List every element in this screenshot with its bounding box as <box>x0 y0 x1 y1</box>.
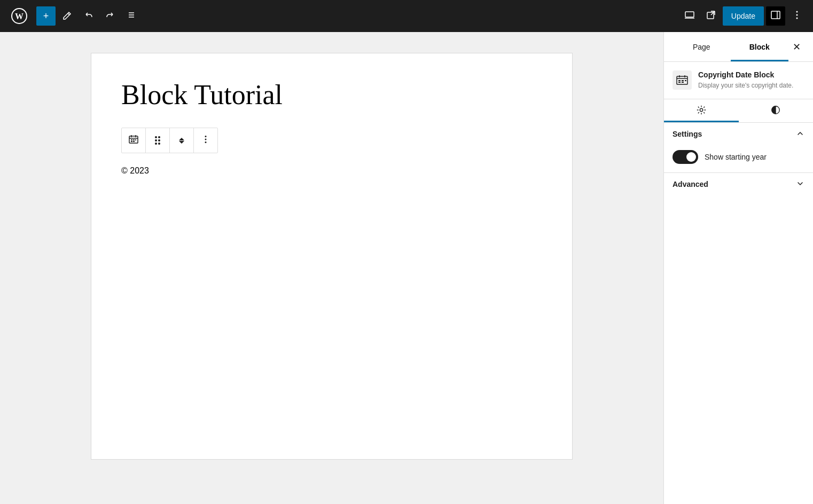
spinner-icon <box>179 138 184 144</box>
show-starting-year-label: Show starting year <box>705 153 767 161</box>
svg-rect-18 <box>135 139 136 140</box>
settings-header[interactable]: Settings <box>664 123 813 146</box>
block-toolbar <box>121 128 218 153</box>
svg-rect-5 <box>685 12 694 17</box>
svg-point-21 <box>205 136 207 137</box>
show-starting-year-toggle[interactable] <box>673 150 698 164</box>
close-sidebar-button[interactable]: ✕ <box>788 39 804 55</box>
tab-page[interactable]: Page <box>673 32 731 61</box>
copyright-text: © 2023 <box>121 166 542 176</box>
svg-rect-20 <box>133 141 135 142</box>
edit-icon <box>62 10 72 22</box>
top-toolbar: W + <box>0 0 813 32</box>
show-starting-year-row: Show starting year <box>673 150 804 164</box>
more-icon <box>792 10 802 23</box>
redo-button[interactable] <box>100 6 120 26</box>
toolbar-right: Update <box>680 6 807 26</box>
svg-rect-28 <box>678 80 681 81</box>
sidebar: Page Block ✕ <box>663 32 813 504</box>
move-block-group <box>170 128 194 153</box>
calendar-icon <box>128 134 139 147</box>
undo-icon <box>84 10 93 22</box>
advanced-section: Advanced <box>664 173 813 196</box>
svg-rect-30 <box>685 80 686 81</box>
svg-rect-16 <box>131 139 132 140</box>
block-more-icon <box>201 135 210 146</box>
svg-point-11 <box>796 17 798 19</box>
svg-rect-29 <box>682 80 684 81</box>
block-more-button[interactable] <box>194 128 217 153</box>
block-info: Copyright Date Block Display your site's… <box>664 62 813 99</box>
preview-laptop-button[interactable] <box>680 6 699 26</box>
block-more-group <box>194 128 217 153</box>
list-view-button[interactable] <box>122 6 141 26</box>
more-options-button[interactable] <box>787 6 807 26</box>
svg-point-22 <box>205 139 207 140</box>
laptop-icon <box>684 10 695 23</box>
external-link-icon <box>706 10 716 23</box>
gear-icon <box>696 105 707 117</box>
settings-collapse-icon <box>796 129 804 139</box>
svg-text:W: W <box>15 12 24 21</box>
svg-point-10 <box>796 14 798 15</box>
wp-logo: W <box>6 0 32 32</box>
svg-rect-19 <box>131 141 132 142</box>
svg-rect-31 <box>678 82 681 83</box>
sidebar-toggle-button[interactable] <box>766 6 785 26</box>
svg-rect-7 <box>771 11 780 19</box>
settings-tab-button[interactable] <box>664 99 739 122</box>
settings-content: Show starting year <box>664 146 813 172</box>
advanced-label: Advanced <box>673 180 708 188</box>
close-icon: ✕ <box>793 41 801 53</box>
block-icon <box>673 70 692 90</box>
sidebar-tabs: Page Block ✕ <box>664 32 813 62</box>
update-button[interactable]: Update <box>723 6 764 26</box>
edit-tool-button[interactable] <box>58 6 77 26</box>
add-block-button[interactable]: + <box>36 6 56 26</box>
contrast-icon <box>770 105 781 117</box>
advanced-header[interactable]: Advanced <box>664 173 813 196</box>
page-title: Block Tutorial <box>121 79 542 111</box>
style-tabs <box>664 99 813 123</box>
drag-dots-icon <box>155 136 160 145</box>
move-block-button[interactable] <box>170 128 193 153</box>
styles-tab-button[interactable] <box>739 99 814 122</box>
tab-block[interactable]: Block <box>731 32 789 61</box>
sidebar-icon <box>770 10 781 23</box>
undo-button[interactable] <box>79 6 98 26</box>
svg-point-9 <box>796 11 798 12</box>
plus-icon: + <box>43 11 49 22</box>
block-type-button[interactable] <box>122 128 145 153</box>
svg-rect-17 <box>133 139 135 140</box>
settings-header-label: Settings <box>673 130 702 138</box>
block-info-text: Copyright Date Block Display your site's… <box>698 70 793 90</box>
block-desc-label: Display your site's copyright date. <box>698 81 793 90</box>
advanced-expand-icon <box>796 179 804 190</box>
list-view-icon <box>127 10 136 22</box>
view-site-button[interactable] <box>701 6 721 26</box>
editor-content: Block Tutorial <box>91 53 572 459</box>
svg-rect-32 <box>682 82 684 83</box>
svg-point-23 <box>205 141 207 143</box>
drag-handle-group <box>146 128 170 153</box>
redo-icon <box>105 10 115 22</box>
settings-section: Settings Show starting year <box>664 123 813 173</box>
drag-handle-button[interactable] <box>146 128 169 153</box>
block-type-group <box>122 128 146 153</box>
main-layout: Block Tutorial <box>0 32 813 504</box>
svg-point-33 <box>700 108 702 111</box>
editor-area: Block Tutorial <box>0 32 663 504</box>
block-name-label: Copyright Date Block <box>698 70 793 79</box>
